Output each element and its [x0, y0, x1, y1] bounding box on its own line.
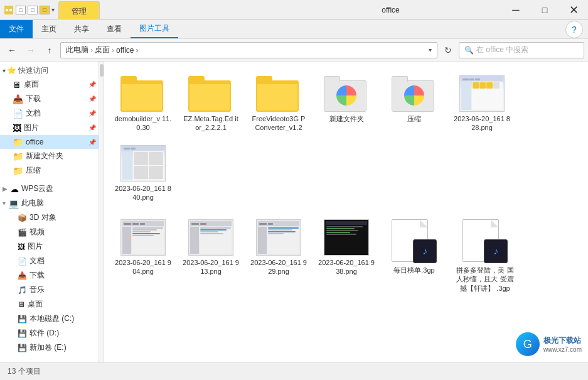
sidebar-item-documents[interactable]: 📄 文档 📌 [0, 106, 99, 121]
system-icon [4, 5, 14, 15]
breadcrumb-office[interactable]: office [116, 46, 134, 55]
file-item-ezmeta[interactable]: EZ.Meta.Tag.Ed itor_2.2.2.1 [179, 72, 242, 136]
sidebar-item-downloads-pc[interactable]: 📥 下载 [0, 268, 99, 283]
folder-icon-freevideo [256, 75, 301, 112]
close-button[interactable]: ✕ [559, 0, 588, 20]
up-button[interactable]: ↑ [41, 42, 58, 58]
file-item-png904[interactable]: 2023-06-20_161 904.png [112, 215, 174, 296]
pictures-icon: 🖼 [13, 123, 21, 133]
thumb-png828 [459, 75, 505, 112]
file-item-png840[interactable]: 2023-06-20_161 840.png [112, 141, 174, 206]
thumb-png929 [256, 219, 301, 256]
quick-access-icon2[interactable]: □ [28, 6, 38, 14]
file-item-png938[interactable]: 2023-06-20_161 938.png [315, 215, 378, 296]
sidebar-item-drive-e[interactable]: 💾 新加卷 (E:) [0, 340, 99, 355]
music-icon: 🎵 [18, 286, 27, 295]
help-button[interactable]: ? [565, 21, 583, 38]
breadcrumb-sep3: › [136, 46, 138, 55]
file-item-demobuilder[interactable]: demobuilder_v 11.0.30 [112, 72, 174, 136]
new-folder-label: 新建文件夹 [26, 151, 63, 161]
quick-access-icon1[interactable]: □ [16, 6, 26, 14]
desktop-icon: 🖥 [13, 80, 21, 90]
forward-button[interactable]: → [23, 42, 39, 58]
title-bar-icons: □ □ □ ▾ [0, 5, 58, 15]
office-label: office [26, 138, 43, 146]
sidebar-item-download[interactable]: 📥 下载 📌 [0, 92, 99, 106]
sidebar-item-compress[interactable]: 📁 压缩 [0, 163, 99, 178]
breadcrumb-this-pc[interactable]: 此电脑 [66, 45, 88, 55]
file-item-freevideo[interactable]: FreeVideoto3G PConverter_v1.2 [247, 72, 310, 136]
sidebar-item-drive-c[interactable]: 💾 本地磁盘 (C:) [0, 312, 99, 326]
search-placeholder: 在 office 中搜索 [476, 45, 528, 55]
file-name-new-folder: 新建文件夹 [329, 114, 364, 123]
sidebar-item-new-folder[interactable]: 📁 新建文件夹 [0, 149, 99, 163]
new-folder-icon: 📁 [13, 151, 23, 161]
content-wrapper: demobuilder_v 11.0.30 EZ.Meta.Tag.Ed ito… [99, 62, 588, 362]
sidebar-item-office[interactable]: 📁 office 📌 [0, 135, 99, 149]
breadcrumb-sep1: › [90, 46, 93, 55]
menu-item-view[interactable]: 查看 [98, 20, 131, 38]
downloads-pc-icon: 📥 [18, 271, 27, 280]
desktop-label: 桌面 [24, 79, 39, 90]
ribbon-tab-manage[interactable]: 管理 [58, 1, 100, 19]
documents-pc-icon: 📄 [18, 257, 27, 266]
search-box[interactable]: 🔍 在 office 中搜索 [459, 42, 584, 58]
folder-icon-compress [392, 75, 437, 112]
sidebar-item-music[interactable]: 🎵 音乐 [0, 283, 99, 297]
compress-folder-icon: 📁 [13, 166, 23, 176]
file-name-png929: 2023-06-20_161 929.png [250, 258, 307, 276]
sidebar-item-desktop-pc[interactable]: 🖥 桌面 [0, 297, 99, 312]
3d-objects-icon: 📦 [18, 214, 27, 222]
watermark-logo: G [516, 332, 540, 356]
file-item-compress[interactable]: 压缩 [383, 72, 446, 136]
quick-access-icon3[interactable]: □ [40, 6, 50, 14]
maximize-button[interactable]: □ [530, 0, 559, 20]
sidebar-item-desktop[interactable]: 🖥 桌面 📌 [0, 77, 99, 92]
quick-access-chevron[interactable]: ▾ [51, 6, 55, 13]
file-name-demobuilder: demobuilder_v 11.0.30 [114, 114, 172, 133]
sidebar-item-drive-d[interactable]: 💾 软件 (D:) [0, 326, 99, 340]
address-bar: ← → ↑ 此电脑 › 桌面 › office › ▾ ↻ 🔍 在 office… [0, 39, 588, 62]
file-item-new-folder[interactable]: 新建文件夹 [315, 72, 378, 136]
file-row-2: 2023-06-20_161 904.png [112, 215, 580, 296]
search-icon: 🔍 [464, 46, 474, 55]
menu-item-file[interactable]: 文件 [0, 20, 33, 38]
file-item-png913[interactable]: 2023-06-20_161 913.png [179, 215, 242, 296]
path-chevron[interactable]: ▾ [429, 46, 432, 53]
file-item-png828[interactable]: 2023-06-20_161 828.png [451, 72, 513, 136]
breadcrumb-desktop[interactable]: 桌面 [95, 45, 110, 55]
svg-rect-1 [6, 9, 8, 11]
file-name-png840: 2023-06-20_161 840.png [114, 184, 172, 202]
file-name-compress: 压缩 [407, 114, 421, 123]
videos-icon: 🎬 [18, 228, 27, 237]
watermark-url: www.xz7.com [543, 346, 582, 353]
download-folder-icon: 📥 [13, 94, 23, 104]
refresh-button[interactable]: ↻ [440, 42, 456, 58]
vertical-scrollbar-left[interactable] [99, 62, 104, 362]
menu-item-share[interactable]: 共享 [65, 20, 98, 38]
watermark: G 极光下载站 www.xz7.com [516, 332, 582, 356]
wps-cloud-icon: ☁ [10, 184, 19, 194]
content-area: demobuilder_v 11.0.30 EZ.Meta.Tag.Ed ito… [104, 62, 588, 362]
address-path[interactable]: 此电脑 › 桌面 › office › ▾ [60, 42, 437, 58]
back-button[interactable]: ← [4, 42, 20, 58]
file-item-3gp2[interactable]: ♪ 拼多多登陆，美 国人秒懂，且大 受震撼【轩讲】 .3gp [451, 215, 520, 296]
sidebar-item-pictures[interactable]: 🖼 图片 📌 [0, 121, 99, 135]
file-name-freevideo: FreeVideoto3G PConverter_v1.2 [250, 114, 307, 133]
sidebar-item-pictures-pc[interactable]: 🖼 图片 [0, 239, 99, 254]
sidebar-item-videos[interactable]: 🎬 视频 [0, 225, 99, 239]
sidebar-item-documents-pc[interactable]: 📄 文档 [0, 254, 99, 268]
folder-icon-ezmeta [188, 75, 233, 112]
menu-item-picture-tools[interactable]: 图片工具 [131, 20, 178, 38]
minimize-button[interactable]: ─ [501, 0, 530, 20]
sidebar-item-3d-objects[interactable]: 📦 3D 对象 [0, 210, 99, 225]
this-pc-icon: 💻 [8, 198, 19, 209]
file-name-3gp1: 每日榜单.3gp [393, 266, 434, 274]
sidebar-item-wps-cloud[interactable]: ▶ ☁ WPS云盘 [0, 182, 99, 196]
sidebar-quick-access-header[interactable]: ▾ ⭐ 快速访问 [0, 64, 99, 77]
file-item-png929[interactable]: 2023-06-20_161 929.png [247, 215, 310, 296]
sidebar-item-this-pc-header[interactable]: ▾ 💻 此电脑 [0, 196, 99, 210]
file-item-3gp1[interactable]: ♪ 每日榜单.3gp [383, 215, 446, 296]
menu-item-home[interactable]: 主页 [33, 20, 65, 38]
status-bar: 13 个项目 [0, 362, 588, 380]
